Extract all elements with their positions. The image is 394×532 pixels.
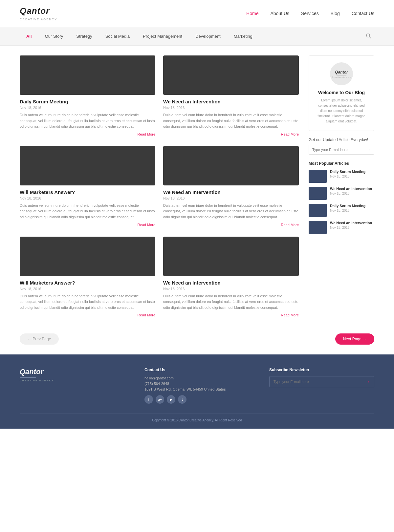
cat-marketing[interactable]: Marketing (227, 28, 259, 45)
footer-social: f g+ ▶ t (144, 395, 250, 404)
sidebar-welcome-box: Qantor Creative Agency Welcome to Our Bl… (309, 55, 374, 131)
article-title: Daily Scrum Meeting (20, 99, 155, 104)
header: Qantor Creative Agency Home About Us Ser… (0, 0, 394, 27)
footer-newsletter-col: Subscribe Newsletter → (269, 368, 374, 404)
sidebar-logo-sub: Creative Agency (332, 76, 351, 78)
footer-top: Qantor Creative Agency Contact Us hello@… (20, 368, 374, 404)
article-thumbnail (20, 146, 155, 185)
popular-article-thumbnail (309, 187, 327, 200)
article-date: Nov 18, 2016 (163, 287, 299, 291)
popular-article-date: Nov 18, 2016 (330, 209, 374, 212)
footer: Qantor Creative Agency Contact Us hello@… (0, 354, 394, 429)
nav-about[interactable]: About Us (270, 11, 289, 16)
article-card: We Need an Intervention Nov 18, 2016 Dui… (163, 55, 299, 136)
article-thumbnail (163, 146, 299, 185)
article-date: Nov 18, 2016 (163, 106, 299, 110)
cat-social-media[interactable]: Social Media (99, 28, 136, 45)
popular-article-title: We Need an Intervention (330, 187, 374, 191)
footer-contact-title: Contact Us (144, 368, 250, 372)
popular-article-date: Nov 18, 2016 (330, 192, 374, 195)
popular-article-info: We Need an Intervention Nov 18, 2016 (330, 187, 374, 195)
footer-logo-name: Qantor (20, 368, 125, 376)
twitter-icon[interactable]: t (178, 395, 186, 404)
cat-development[interactable]: Development (189, 28, 227, 45)
popular-article-item: Daily Scrum Meeting Nov 18, 2016 (309, 170, 374, 183)
logo-name: Qantor (20, 6, 57, 16)
article-date: Nov 18, 2016 (20, 196, 155, 200)
prev-page-button[interactable]: ← Prev Page (20, 333, 59, 345)
popular-article-info: Daily Scrum Meeting Nov 18, 2016 (330, 204, 374, 212)
article-card: Will Marketers Answer? Nov 18, 2016 Duis… (20, 146, 155, 227)
sidebar-welcome-title: Welcome to Our Blog (316, 90, 367, 95)
copyright-text: Copyright © 2016 Qantor Creative Agency.… (152, 418, 242, 422)
read-more-link[interactable]: Read More (163, 313, 299, 317)
popular-article-item: We Need an Intervention Nov 18, 2016 (309, 187, 374, 200)
article-card: We Need an Intervention Nov 18, 2016 Dui… (163, 237, 299, 317)
article-excerpt: Duis autem vel eum iriure dolor in hendr… (163, 112, 299, 130)
article-date: Nov 18, 2016 (20, 106, 155, 110)
popular-article-thumbnail (309, 170, 327, 183)
article-title: We Need an Intervention (163, 280, 299, 286)
nav-home[interactable]: Home (246, 11, 258, 16)
popular-article-info: We Need an Intervention Nov 18, 2016 (330, 221, 374, 229)
article-excerpt: Duis autem vel eum iriure dolor in hendr… (20, 203, 155, 220)
article-excerpt: Duis autem vel eum iriure dolor in hendr… (20, 293, 155, 311)
footer-email-input[interactable] (270, 376, 361, 387)
footer-address: 1691 S West Rd, Ogema, WI, 54459 United … (144, 387, 250, 391)
popular-article-date: Nov 18, 2016 (330, 226, 374, 229)
popular-article-thumbnail (309, 221, 327, 234)
footer-newsletter-title: Subscribe Newsletter (269, 368, 374, 372)
youtube-icon[interactable]: ▶ (167, 395, 175, 404)
popular-article-item: We Need an Intervention Nov 18, 2016 (309, 221, 374, 234)
newsletter-label: Get our Updated Article Everyday! (309, 138, 374, 142)
read-more-link[interactable]: Read More (163, 223, 299, 227)
article-excerpt: Duis autem vel eum iriure dolor in hendr… (163, 293, 299, 311)
sidebar-logo: Qantor Creative Agency (330, 62, 353, 85)
category-bar: All Our Story Strategy Social Media Proj… (0, 27, 394, 46)
cat-all[interactable]: All (20, 28, 38, 45)
sidebar-logo-name: Qantor (335, 70, 348, 74)
main-content: Daily Scrum Meeting Nov 18, 2016 Duis au… (0, 46, 394, 327)
article-date: Nov 18, 2016 (163, 196, 299, 200)
popular-article-title: Daily Scrum Meeting (330, 204, 374, 208)
svg-line-1 (369, 37, 371, 38)
nav-services[interactable]: Services (301, 11, 319, 16)
popular-article-info: Daily Scrum Meeting Nov 18, 2016 (330, 170, 374, 178)
article-thumbnail (163, 55, 299, 95)
read-more-link[interactable]: Read More (20, 132, 155, 136)
popular-article-title: Daily Scrum Meeting (330, 170, 374, 174)
article-title: Will Marketers Answer? (20, 280, 155, 286)
sidebar-email-input[interactable] (309, 145, 363, 154)
google-plus-icon[interactable]: g+ (156, 395, 164, 404)
sidebar-email-input-wrap: → (309, 145, 374, 155)
popular-articles-title: Most Popular Articles (309, 161, 374, 166)
cat-project-management[interactable]: Project Management (136, 28, 189, 45)
footer-logo-col: Qantor Creative Agency (20, 368, 125, 404)
next-page-button[interactable]: Next Page → (335, 333, 374, 345)
search-icon[interactable] (362, 27, 374, 45)
read-more-link[interactable]: Read More (163, 132, 299, 136)
logo: Qantor Creative Agency (20, 6, 57, 21)
facebook-icon[interactable]: f (144, 395, 153, 404)
article-card: Daily Scrum Meeting Nov 18, 2016 Duis au… (20, 55, 155, 136)
footer-logo-sub: Creative Agency (20, 379, 125, 382)
article-date: Nov 18, 2016 (20, 287, 155, 291)
cat-strategy[interactable]: Strategy (70, 28, 98, 45)
sidebar-logo-line (337, 75, 346, 75)
popular-article-title: We Need an Intervention (330, 221, 374, 225)
article-card: We Need an Intervention Nov 18, 2016 Dui… (163, 146, 299, 227)
popular-article-date: Nov 18, 2016 (330, 175, 374, 178)
nav-contact[interactable]: Contact Us (352, 11, 374, 16)
article-excerpt: Duis autem vel eum iriure dolor in hendr… (20, 112, 155, 130)
article-card: Will Marketers Answer? Nov 18, 2016 Duis… (20, 237, 155, 317)
read-more-link[interactable]: Read More (20, 313, 155, 317)
nav-blog[interactable]: Blog (331, 11, 340, 16)
footer-contact-col: Contact Us hello@qantor.com (715) 564-26… (144, 368, 250, 404)
footer-email-submit-button[interactable]: → (361, 376, 374, 387)
article-title: Will Marketers Answer? (20, 189, 155, 195)
footer-copyright: Copyright © 2016 Qantor Creative Agency.… (20, 414, 374, 422)
sidebar-email-submit-button[interactable]: → (363, 145, 374, 154)
read-more-link[interactable]: Read More (20, 223, 155, 227)
footer-logo-line (20, 377, 36, 378)
cat-our-story[interactable]: Our Story (38, 28, 70, 45)
